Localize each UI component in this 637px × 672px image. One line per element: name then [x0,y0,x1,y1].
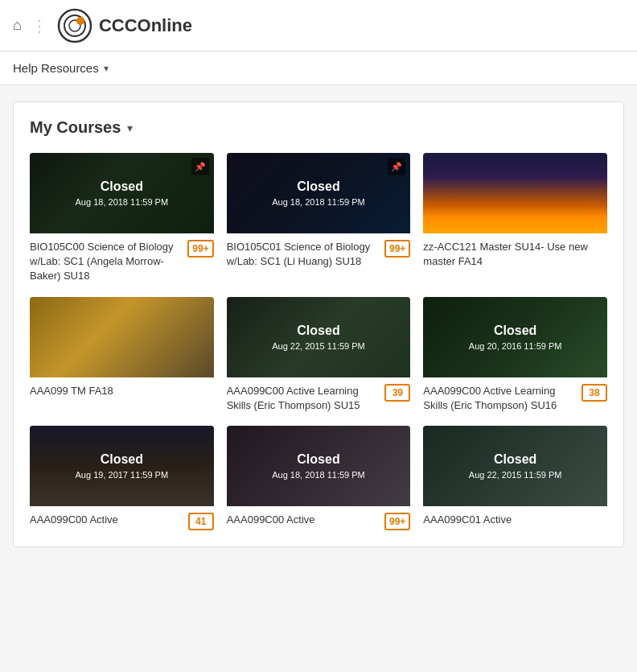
closed-overlay: ClosedAug 18, 2018 11:59 PM [227,426,411,506]
course-item[interactable]: ClosedAug 18, 2018 11:59 PMAAA099C00 Act… [227,426,411,530]
course-item[interactable]: ClosedAug 18, 2018 11:59 PM📌BIO105C01 Sc… [227,153,411,284]
course-thumbnail: ClosedAug 18, 2018 11:59 PM📌 [227,153,411,233]
course-name: AAA099C01 Active [423,513,607,527]
course-item[interactable]: ClosedAug 22, 2015 11:59 PMAAA099C00 Act… [227,297,411,413]
closed-date: Aug 18, 2018 11:59 PM [272,197,365,207]
closed-date: Aug 18, 2018 11:59 PM [272,470,365,480]
help-chevron-icon: ▾ [104,63,109,74]
course-label-row: BIO105C01 Science of Biology w/Lab: SC1 … [227,240,411,269]
course-item[interactable]: ClosedAug 19, 2017 11:59 PMAAA099C00 Act… [30,426,214,530]
course-badge: 99+ [187,240,213,258]
courses-chevron-icon[interactable]: ▾ [127,122,133,134]
course-badge: 38 [582,384,607,402]
course-item[interactable]: ClosedAug 18, 2018 11:59 PM📌BIO105C00 Sc… [30,153,214,284]
course-thumbnail: ClosedAug 22, 2015 11:59 PM [423,426,607,506]
course-item[interactable]: ClosedAug 22, 2015 11:59 PMAAA099C01 Act… [423,426,607,530]
closed-label: Closed [494,324,536,338]
course-name: AAA099C00 Active [227,513,380,527]
course-label-row: AAA099C00 Active Learning Skills (Eric T… [423,384,607,413]
closed-label: Closed [101,179,143,194]
course-name: AAA099C00 Active Learning Skills (Eric T… [423,384,577,413]
course-name: zz-ACC121 Master SU14- Use new master FA… [423,240,607,269]
courses-header: My Courses ▾ [30,118,607,137]
closed-overlay: ClosedAug 19, 2017 11:59 PM [30,426,214,506]
main-content: My Courses ▾ ClosedAug 18, 2018 11:59 PM… [0,85,637,563]
logo-container: CCCOnline [57,8,192,43]
closed-date: Aug 19, 2017 11:59 PM [76,470,169,480]
header-divider: ⋮ [31,16,47,35]
closed-overlay: ClosedAug 22, 2015 11:59 PM [423,426,607,506]
course-label-row: AAA099 TM FA18 [30,384,214,398]
closed-date: Aug 22, 2015 11:59 PM [272,341,365,351]
closed-overlay: ClosedAug 18, 2018 11:59 PM [227,153,411,233]
course-label-row: BIO105C00 Science of Biology w/Lab: SC1 … [30,240,214,284]
closed-label: Closed [297,452,339,467]
svg-point-3 [76,17,84,25]
course-thumbnail: ClosedAug 19, 2017 11:59 PM [30,426,214,506]
courses-panel: My Courses ▾ ClosedAug 18, 2018 11:59 PM… [13,101,624,547]
courses-title: My Courses [30,118,121,137]
course-badge: 41 [188,513,214,530]
course-name: BIO105C00 Science of Biology w/Lab: SC1 … [30,240,183,284]
closed-label: Closed [297,179,339,194]
closed-label: Closed [494,452,536,467]
course-item[interactable]: zz-ACC121 Master SU14- Use new master FA… [423,153,607,284]
course-label-row: AAA099C00 Active41 [30,513,214,530]
courses-grid: ClosedAug 18, 2018 11:59 PM📌BIO105C00 Sc… [30,153,607,530]
course-badge: 99+ [384,513,410,530]
logo-text: CCCOnline [99,15,192,36]
course-name: AAA099 TM FA18 [30,384,214,398]
closed-label: Closed [101,452,143,467]
course-label-row: zz-ACC121 Master SU14- Use new master FA… [423,240,607,269]
header: ⌂ ⋮ CCCOnline [0,0,637,52]
closed-overlay: ClosedAug 18, 2018 11:59 PM [30,153,214,233]
course-thumbnail [30,297,214,377]
course-thumbnail [423,153,607,233]
course-item[interactable]: AAA099 TM FA18 [30,297,214,413]
course-item[interactable]: ClosedAug 20, 2016 11:59 PMAAA099C00 Act… [423,297,607,413]
closed-date: Aug 20, 2016 11:59 PM [469,341,562,351]
pin-icon: 📌 [388,158,405,175]
course-thumbnail: ClosedAug 22, 2015 11:59 PM [227,297,411,377]
pin-icon: 📌 [191,158,209,175]
closed-overlay: ClosedAug 22, 2015 11:59 PM [227,297,411,377]
home-icon[interactable]: ⌂ [13,17,22,34]
course-label-row: AAA099C00 Active Learning Skills (Eric T… [227,384,411,413]
closed-date: Aug 22, 2015 11:59 PM [469,470,562,480]
course-badge: 39 [384,384,410,402]
course-thumbnail: ClosedAug 18, 2018 11:59 PM📌 [30,153,214,233]
closed-date: Aug 18, 2018 11:59 PM [76,197,169,207]
course-thumbnail: ClosedAug 20, 2016 11:59 PM [423,297,607,377]
course-badge: 99+ [384,240,410,258]
closed-label: Closed [297,324,339,338]
course-name: AAA099C00 Active Learning Skills (Eric T… [227,384,380,413]
closed-overlay: ClosedAug 20, 2016 11:59 PM [423,297,607,377]
course-name: BIO105C01 Science of Biology w/Lab: SC1 … [227,240,380,269]
help-resources-button[interactable]: Help Resources ▾ [13,61,109,75]
course-name: AAA099C00 Active [30,513,183,527]
ccc-logo-icon [57,8,92,43]
help-resources-label: Help Resources [13,61,99,75]
help-bar: Help Resources ▾ [0,52,637,85]
course-thumbnail: ClosedAug 18, 2018 11:59 PM [227,426,411,506]
course-label-row: AAA099C00 Active99+ [227,513,411,530]
course-label-row: AAA099C01 Active [423,513,607,527]
